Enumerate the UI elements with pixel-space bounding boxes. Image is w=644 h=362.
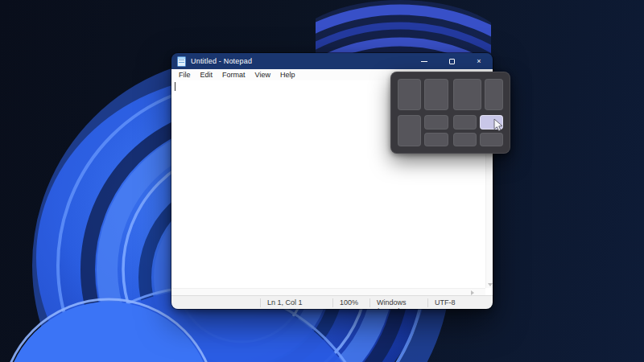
caption-controls: × [411, 53, 493, 69]
snap-zone-left[interactable] [398, 79, 421, 110]
snap-zone-left-wide[interactable] [453, 79, 481, 110]
menu-file[interactable]: File [174, 71, 196, 79]
status-zoom-level: 100% [332, 298, 369, 307]
status-encoding: UTF-8 [427, 298, 493, 307]
snap-option-two-columns-left-wide [453, 79, 504, 110]
menu-format[interactable]: Format [217, 71, 250, 79]
window-title: Untitled - Notepad [191, 57, 252, 65]
minimize-button[interactable] [411, 53, 438, 69]
snap-option-two-columns-equal [398, 79, 448, 110]
snap-zone-bottom-right[interactable] [480, 133, 503, 147]
menu-edit[interactable]: Edit [196, 71, 218, 79]
snap-zone-right[interactable] [424, 79, 448, 110]
scroll-right-arrow-icon[interactable] [471, 290, 474, 295]
snap-zone-right-narrow[interactable] [485, 79, 504, 110]
scroll-down-arrow-icon[interactable] [488, 283, 493, 286]
snap-zone-right-bottom[interactable] [424, 133, 448, 147]
snap-zone-top-left[interactable] [453, 115, 477, 130]
status-line-ending: Windows (CRLF) [369, 298, 427, 307]
titlebar[interactable]: Untitled - Notepad × [171, 53, 493, 69]
snap-option-left-half-right-stacked [398, 115, 448, 146]
snap-zone-right-top[interactable] [424, 115, 448, 130]
arrow-cursor-icon [493, 118, 504, 133]
close-button[interactable]: × [465, 53, 493, 69]
menu-help[interactable]: Help [275, 71, 300, 79]
minimize-icon [421, 61, 427, 62]
horizontal-scrollbar[interactable] [171, 288, 485, 295]
snap-layouts-flyout [390, 72, 510, 154]
snap-zone-bottom-left[interactable] [453, 133, 477, 147]
maximize-icon [449, 59, 455, 64]
snap-zone-left-half[interactable] [398, 115, 421, 146]
text-caret [175, 82, 175, 91]
status-cursor-position: Ln 1, Col 1 [260, 298, 332, 307]
status-bar: Ln 1, Col 1 100% Windows (CRLF) UTF-8 [171, 295, 493, 309]
menu-view[interactable]: View [250, 71, 275, 79]
maximize-button[interactable] [438, 53, 465, 69]
snap-right-stack [424, 115, 448, 146]
notepad-icon [177, 56, 186, 67]
close-icon: × [477, 58, 481, 65]
